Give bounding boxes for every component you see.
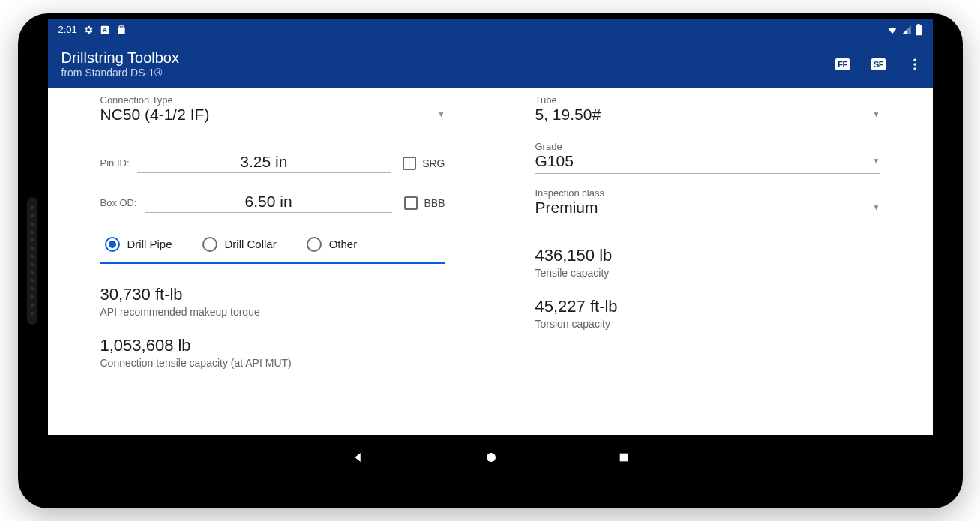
checkbox-icon — [403, 157, 416, 170]
connection-type-label: Connection Type — [100, 94, 445, 106]
box-od-input[interactable]: 6.50 in — [145, 193, 393, 213]
tube-dropdown[interactable]: 5, 19.50# ▼ — [535, 106, 880, 127]
sf-action-button[interactable]: SF — [870, 55, 888, 73]
svg-point-5 — [913, 63, 916, 65]
cell-signal-icon — [901, 25, 912, 35]
wifi-icon — [886, 25, 898, 35]
triangle-back-icon — [351, 451, 364, 464]
radio-drill-collar[interactable]: Drill Collar — [202, 237, 277, 252]
status-time: 2:01 — [58, 24, 77, 35]
makeup-torque-result: 30,730 ft-lb API recommended makeup torq… — [100, 285, 445, 318]
radio-icon — [307, 237, 322, 252]
connection-type-dropdown[interactable]: NC50 (4-1/2 IF) ▼ — [100, 106, 445, 127]
nav-back-button[interactable] — [351, 451, 364, 464]
radio-icon — [202, 237, 217, 252]
chevron-down-icon: ▼ — [873, 157, 880, 165]
connection-tensile-result: 1,053,608 lb Connection tensile capacity… — [100, 336, 445, 369]
grade-label: Grade — [535, 141, 880, 152]
clipboard-icon — [116, 25, 127, 35]
device-speaker — [27, 197, 37, 325]
svg-rect-3 — [917, 24, 919, 25]
pin-id-label: Pin ID: — [100, 157, 130, 173]
chevron-down-icon: ▼ — [438, 110, 445, 118]
gear-icon — [83, 25, 94, 35]
tube-label: Tube — [535, 94, 880, 106]
battery-icon — [915, 24, 922, 36]
inspection-class-dropdown[interactable]: Premium ▼ — [535, 199, 880, 220]
radio-icon — [105, 237, 120, 252]
inspection-class-label: Inspection class — [535, 187, 880, 199]
tensile-capacity-result: 436,150 lb Tensile capacity — [535, 246, 880, 279]
nav-recent-button[interactable] — [618, 451, 630, 463]
chevron-down-icon: ▼ — [873, 110, 880, 118]
overflow-menu-button[interactable] — [906, 55, 924, 73]
svg-rect-2 — [916, 25, 922, 35]
torsion-capacity-result: 45,227 ft-lb Torsion capacity — [535, 297, 880, 330]
pipe-type-radio-group: Drill Pipe Drill Collar Other — [100, 229, 445, 264]
square-a-icon: A — [100, 25, 110, 35]
radio-drill-pipe[interactable]: Drill Pipe — [105, 237, 172, 252]
app-title: Drillstring Toolbox — [61, 49, 179, 67]
app-subtitle: from Standard DS-1® — [61, 67, 179, 79]
svg-point-7 — [487, 453, 496, 462]
checkbox-icon — [404, 196, 418, 210]
svg-point-6 — [913, 67, 916, 70]
grade-dropdown[interactable]: G105 ▼ — [535, 152, 880, 174]
box-od-label: Box OD: — [100, 197, 137, 213]
status-bar: 2:01 A — [48, 19, 933, 40]
svg-rect-8 — [619, 453, 628, 461]
pin-id-input[interactable]: 3.25 in — [137, 153, 391, 173]
svg-text:A: A — [103, 26, 107, 33]
connection-type-value: NC50 (4-1/2 IF) — [100, 106, 210, 124]
nav-home-button[interactable] — [484, 451, 498, 464]
more-vert-icon — [907, 57, 922, 72]
app-bar: Drillstring Toolbox from Standard DS-1® … — [48, 40, 933, 88]
ff-action-button[interactable]: FF — [834, 55, 852, 73]
android-nav-bar — [48, 439, 933, 475]
chevron-down-icon: ▼ — [873, 203, 880, 211]
svg-point-4 — [913, 58, 916, 61]
square-recent-icon — [618, 451, 630, 463]
radio-other[interactable]: Other — [307, 237, 358, 252]
bbb-checkbox[interactable]: BBB — [404, 196, 445, 213]
srg-checkbox[interactable]: SRG — [403, 157, 445, 173]
circle-home-icon — [484, 451, 498, 464]
